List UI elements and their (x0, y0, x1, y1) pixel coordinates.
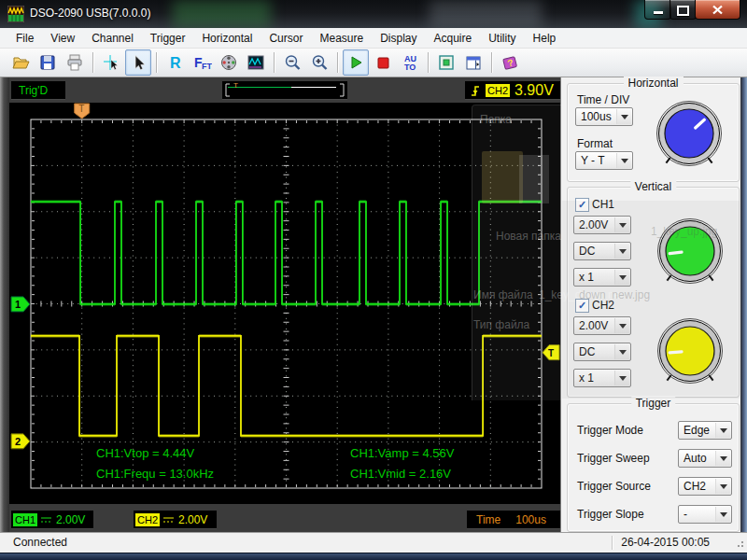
ch2-volts-value: 2.00V (579, 319, 608, 332)
ch2-enable-checkbox[interactable]: ✓ (575, 299, 589, 313)
ch2-volts-select[interactable]: 2.00V (573, 316, 631, 335)
maximize-icon (677, 6, 689, 16)
waveform-button[interactable] (243, 49, 269, 76)
close-button[interactable] (695, 0, 740, 20)
trigger-sweep-select[interactable]: Auto (678, 449, 732, 468)
resize-grip[interactable] (735, 540, 744, 550)
menu-item-file[interactable]: File (7, 29, 42, 48)
horizontal-position-knob[interactable] (650, 94, 728, 173)
svg-text:FT: FT (202, 62, 212, 71)
print-button[interactable] (62, 49, 88, 76)
menu-item-display[interactable]: Display (372, 29, 425, 48)
menu-item-help[interactable]: Help (525, 29, 565, 48)
svg-text:CH1:Vamp = 4.56V: CH1:Vamp = 4.56V (350, 446, 455, 460)
menu-item-view[interactable]: View (42, 29, 83, 48)
zoom-out-button[interactable] (279, 49, 305, 76)
toolbar-separator (274, 52, 275, 73)
chevron-down-icon (715, 479, 730, 494)
ch1-volts-select[interactable]: 2.00V (573, 216, 631, 234)
save-button[interactable] (35, 49, 61, 76)
connection-status: Connected (13, 536, 67, 549)
cursor-tool-button[interactable] (98, 49, 124, 76)
svg-text:T: T (548, 348, 554, 358)
ch1-coupling-value: DC (579, 245, 595, 258)
open-button[interactable] (7, 49, 34, 76)
waveform-preview[interactable]: T (222, 81, 347, 99)
minimize-button[interactable] (644, 0, 671, 20)
menu-item-acquire[interactable]: Acquire (426, 29, 481, 48)
horizontal-group-title: Horizontal (623, 77, 683, 90)
ch2-badge: CH2 (135, 513, 160, 526)
ch2-probe-select[interactable]: x 1 (573, 369, 631, 387)
trigger-source-select[interactable]: CH2 (678, 477, 732, 496)
zoom-in-icon (310, 53, 330, 72)
svg-text:2: 2 (15, 436, 21, 447)
menu-item-trigger[interactable]: Trigger (142, 29, 194, 48)
folder-open-icon (11, 53, 31, 72)
help-book-icon: ? (500, 53, 520, 72)
toolbar-separator (428, 52, 430, 73)
menu-item-cursor[interactable]: Cursor (261, 29, 311, 48)
fit-screen-icon (437, 53, 457, 72)
menu-item-channel[interactable]: Channel (83, 29, 142, 48)
window-layout-icon (464, 53, 484, 72)
vertical-group: Vertical ✓ CH1 2.00V DC x 1 ✓ CH2 2.00V … (567, 187, 740, 398)
start-button[interactable] (343, 49, 369, 76)
pointer-tool-button[interactable] (125, 49, 151, 76)
title-bar[interactable]: DSO-2090 USB(7.0.0.0) (0, 0, 747, 28)
chevron-down-icon (616, 109, 631, 124)
trigger-source-value: CH2 (684, 480, 706, 493)
trigger-group: Trigger Trigger ModeEdgeTrigger SweepAut… (567, 403, 740, 532)
ch2-readout: CH2 2.00V (134, 511, 217, 528)
control-panel: Horizontal Time / DIV 100us Format Y - T… (560, 77, 740, 532)
film-icon (219, 53, 239, 72)
chevron-down-icon (614, 344, 629, 359)
menu-item-measure[interactable]: Measure (311, 29, 372, 48)
help-button[interactable]: ? (497, 49, 523, 76)
trigger-mode-value: Edge (684, 424, 710, 437)
window-bottom-border (0, 553, 747, 560)
auto-button[interactable]: AUTO (397, 49, 423, 76)
refresh-button[interactable]: R (162, 49, 188, 76)
toolbar-separator (92, 52, 94, 73)
trigger-sweep-label: Trigger Sweep (577, 452, 650, 465)
ch1-readout: CH1 2.00V (11, 511, 93, 528)
svg-text:CH1:Vmid = 2.16V: CH1:Vmid = 2.16V (350, 467, 451, 481)
zoom-out-icon (283, 53, 303, 72)
trigger-slope-select[interactable]: - (678, 505, 732, 524)
svg-text:T: T (78, 104, 84, 114)
desktop-glow (173, 0, 271, 28)
format-label: Format (577, 137, 613, 150)
ch2-coupling-icon (162, 514, 176, 525)
statusbar-separator (612, 536, 613, 550)
panel-toggle-button[interactable] (460, 49, 486, 76)
fft-button[interactable]: FFT (189, 49, 215, 76)
ch1-position-knob[interactable] (651, 212, 729, 290)
auto-icon: AUTO (401, 53, 420, 72)
ch2-coupling-select[interactable]: DC (573, 343, 631, 361)
minimize-icon (654, 11, 663, 14)
maximize-button[interactable] (669, 0, 697, 20)
menu-item-horizontal[interactable]: Horizontal (193, 29, 261, 48)
ch1-volts-per-div: 2.00V (56, 513, 85, 526)
stop-button[interactable] (370, 49, 396, 76)
app-window: DSO-2090 USB(7.0.0.0) FileViewChannelTri… (0, 0, 747, 560)
trigger-mode-select[interactable]: Edge (678, 421, 732, 440)
svg-text:R: R (170, 55, 181, 71)
close-icon (712, 5, 724, 15)
menu-item-utility[interactable]: Utility (480, 29, 524, 48)
time-div-select[interactable]: 100us (575, 107, 633, 126)
fullscreen-button[interactable] (433, 49, 459, 76)
waveform-preview-graph: T (222, 81, 347, 99)
chevron-down-icon (614, 217, 629, 232)
ch2-position-knob[interactable] (651, 312, 729, 390)
ch1-probe-select[interactable]: x 1 (573, 268, 631, 287)
zoom-in-button[interactable] (306, 49, 332, 76)
ch1-enable-checkbox[interactable]: ✓ (575, 198, 589, 212)
record-button[interactable] (216, 49, 242, 76)
trigger-slope-label: Trigger Slope (577, 508, 644, 521)
ch1-coupling-select[interactable]: DC (573, 242, 631, 260)
scope-display[interactable]: 12TTCH1:Vtop = 4.44VCH1:Frequ = 13.0kHzC… (9, 103, 560, 504)
svg-text:CH1:Vtop = 4.44V: CH1:Vtop = 4.44V (96, 446, 194, 460)
format-select[interactable]: Y - T (575, 151, 633, 170)
